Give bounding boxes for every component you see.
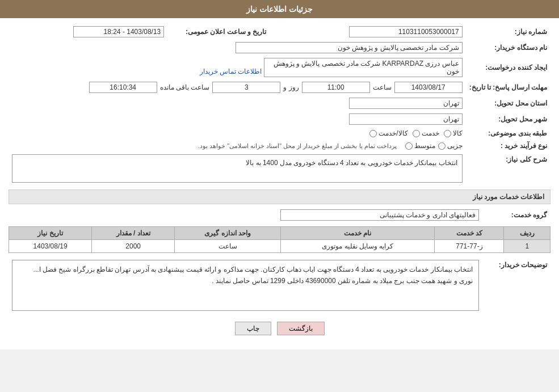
print-button[interactable]: چاپ	[235, 322, 271, 335]
need-description-value: انتخاب بیمانکار خدمات خودرویی به تعداد 4…	[9, 152, 466, 185]
response-date-input: 1403/08/17	[394, 82, 463, 93]
cell-quantity: 2000	[92, 240, 175, 253]
buyer-description-table: توضیحات خریدار: انتخاب بیمانکار خدمات خو…	[9, 258, 550, 313]
row-province: استان محل تحویل: تهران	[9, 95, 550, 111]
contact-link[interactable]: اطلاعات تماس خریدار	[200, 68, 262, 75]
response-deadline-label: مهلت ارسال پاسخ: تا تاریخ:	[466, 79, 550, 95]
process-option-1[interactable]: جزیی	[438, 142, 463, 150]
service-group-label: گروه خدمت:	[482, 207, 550, 223]
category-option-2[interactable]: خدمت	[413, 129, 439, 137]
category-radio-2[interactable]	[413, 130, 420, 137]
process-option-2[interactable]: متوسط	[405, 142, 435, 150]
row-process: نوع فرآیند خرید : جزیی متوسط	[9, 140, 550, 152]
category-radio-3[interactable]	[369, 130, 377, 137]
service-items-table: ردیف کد خدمت نام خدمت واحد اندازه گیری ت…	[9, 226, 550, 253]
row-buyer-org: نام دستگاه خریدار: شرکت مادر تخصصی پالای…	[9, 40, 550, 56]
content-area: شماره نیاز: 1103110053000017 تاریخ و ساع…	[0, 18, 559, 349]
need-number-input: 1103110053000017	[349, 26, 463, 37]
category-label-1: کالا	[453, 129, 463, 137]
need-number-label: شماره نیاز:	[466, 24, 550, 40]
requester-input: عباس درزی KARPARDAZ شرکت مادر تخصصی پالا…	[264, 58, 463, 77]
buyer-org-value: شرکت مادر تخصصی پالایش و پژوهش خون	[9, 40, 466, 56]
back-button[interactable]: بازگشت	[277, 322, 325, 335]
page-header: جزئیات اطلاعات نیاز	[0, 0, 559, 18]
service-group-table: گروه خدمت: فعالیتهای اداری و خدمات پشتیب…	[9, 207, 550, 223]
need-description-text: انتخاب بیمانکار خدمات خودرویی به تعداد 4…	[246, 159, 457, 167]
announce-datetime-label: تاریخ و ساعت اعلان عمومی:	[167, 24, 270, 40]
cell-unit: ساعت	[175, 240, 281, 253]
service-group-value: فعالیتهای اداری و خدمات پشتیبانی	[9, 207, 482, 223]
city-input: تهران	[349, 113, 463, 125]
category-value: کالا خدمت کالا/خدمت	[9, 127, 466, 140]
buyer-description-text: انتخاب بیمانکار خدمات خودرویی به تعداد 4…	[33, 265, 473, 285]
cell-name: کرایه وسایل نقلیه موتوری	[281, 240, 435, 253]
response-days-label: روز و	[283, 83, 299, 91]
response-deadline-value: 1403/08/17 ساعت 11:00 روز و 3 ساعت باقی …	[9, 79, 466, 95]
col-date: تاریخ نیاز	[9, 227, 92, 240]
process-label-2: متوسط	[414, 142, 435, 150]
process-value: جزیی متوسط پرداخت تمام یا بخشی از مبلغ خ…	[9, 140, 466, 152]
category-radio-1[interactable]	[444, 130, 451, 137]
table-row: 1 ز-77-771 کرایه وسایل نقلیه موتوری ساعت…	[9, 240, 550, 253]
button-row: بازگشت چاپ	[9, 316, 550, 344]
content-wrapper: شماره نیاز: 1103110053000017 تاریخ و ساع…	[0, 18, 559, 349]
services-section-title: اطلاعات خدمات مورد نیاز	[9, 189, 550, 204]
row-response-deadline: مهلت ارسال پاسخ: تا تاریخ: 1403/08/17 سا…	[9, 79, 550, 95]
requester-label: ایجاد کننده درخواست:	[466, 56, 550, 79]
page-title: جزئیات اطلاعات نیاز	[246, 5, 313, 14]
row-city: شهر محل تحویل: تهران	[9, 111, 550, 127]
col-name: نام خدمت	[281, 227, 435, 240]
buyer-org-input: شرکت مادر تخصصی پالایش و پژوهش خون	[236, 42, 463, 53]
category-option-1[interactable]: کالا	[444, 129, 463, 137]
row-category: طبقه بندی موضوعی: کالا خدمت	[9, 127, 550, 140]
response-remaining-label: ساعت باقی مانده	[160, 83, 210, 91]
category-radio-group: کالا خدمت کالا/خدمت	[369, 129, 462, 137]
process-radio-2[interactable]	[405, 142, 413, 150]
page-container: جزئیات اطلاعات نیاز اناrender شماره نیاز…	[0, 0, 559, 349]
need-description-box: انتخاب بیمانکار خدمات خودرویی به تعداد 4…	[12, 154, 463, 183]
process-note: پرداخت تمام یا بخشی از مبلغ خریدار از مح…	[198, 142, 397, 150]
province-input: تهران	[349, 98, 463, 109]
cell-date: 1403/08/19	[9, 240, 92, 253]
col-quantity: تعداد / مقدار	[92, 227, 175, 240]
process-label: نوع فرآیند خرید :	[466, 140, 550, 152]
announce-datetime-input: 1403/08/13 - 18:24	[73, 26, 164, 37]
info-table: شماره نیاز: 1103110053000017 تاریخ و ساع…	[9, 24, 550, 185]
process-row: جزیی متوسط پرداخت تمام یا بخشی از مبلغ خ…	[12, 142, 463, 150]
response-date-row: 1403/08/17 ساعت 11:00 روز و 3 ساعت باقی …	[12, 82, 463, 93]
cell-num: 1	[504, 240, 550, 253]
category-option-3[interactable]: کالا/خدمت	[369, 129, 407, 137]
process-label-1: جزیی	[447, 142, 463, 150]
response-days-input: 3	[212, 82, 280, 93]
process-radio-1[interactable]	[438, 142, 445, 150]
delivery-province-label: استان محل تحویل:	[466, 95, 550, 111]
buyer-org-label: نام دستگاه خریدار:	[466, 40, 550, 56]
cell-code: ز-77-771	[435, 240, 504, 253]
row-need-number: شماره نیاز: 1103110053000017 تاریخ و ساع…	[9, 24, 550, 40]
delivery-city-value: تهران	[9, 111, 466, 127]
response-remaining-input: 16:10:34	[89, 82, 157, 93]
col-code: کد خدمت	[435, 227, 504, 240]
main-wrapper: اناrender شماره نیاز: 1103110053000017 ت…	[0, 18, 559, 349]
announce-datetime-value: 1403/08/13 - 18:24	[9, 24, 167, 40]
response-time-input: 11:00	[302, 82, 370, 93]
delivery-city-label: شهر محل تحویل:	[466, 111, 550, 127]
category-label-3: کالا/خدمت	[379, 129, 407, 137]
buyer-description-value: انتخاب بیمانکار خدمات خودرویی به تعداد 4…	[9, 258, 482, 313]
category-label-2: خدمت	[422, 129, 439, 137]
table-header-row: ردیف کد خدمت نام خدمت واحد اندازه گیری ت…	[9, 227, 550, 240]
delivery-province-value: تهران	[9, 95, 466, 111]
row-need-description: شرح کلی نیاز: انتخاب بیمانکار خدمات خودر…	[9, 152, 550, 185]
category-label: طبقه بندی موضوعی:	[466, 127, 550, 140]
need-description-label: شرح کلی نیاز:	[466, 152, 550, 185]
requester-row-value: عباس درزی KARPARDAZ شرکت مادر تخصصی پالا…	[9, 56, 466, 79]
service-group-row: گروه خدمت: فعالیتهای اداری و خدمات پشتیب…	[9, 207, 550, 223]
buyer-description-box: انتخاب بیمانکار خدمات خودرویی به تعداد 4…	[12, 260, 479, 311]
service-group-input: فعالیتهای اداری و خدمات پشتیبانی	[280, 209, 479, 221]
col-unit: واحد اندازه گیری	[175, 227, 281, 240]
need-number-value: 1103110053000017	[270, 24, 465, 40]
row-buyer-description: توضیحات خریدار: انتخاب بیمانکار خدمات خو…	[9, 258, 550, 313]
col-num: ردیف	[504, 227, 550, 240]
row-requester: ایجاد کننده درخواست: عباس درزی KARPARDAZ…	[9, 56, 550, 79]
buyer-description-label: توضیحات خریدار:	[482, 258, 550, 313]
